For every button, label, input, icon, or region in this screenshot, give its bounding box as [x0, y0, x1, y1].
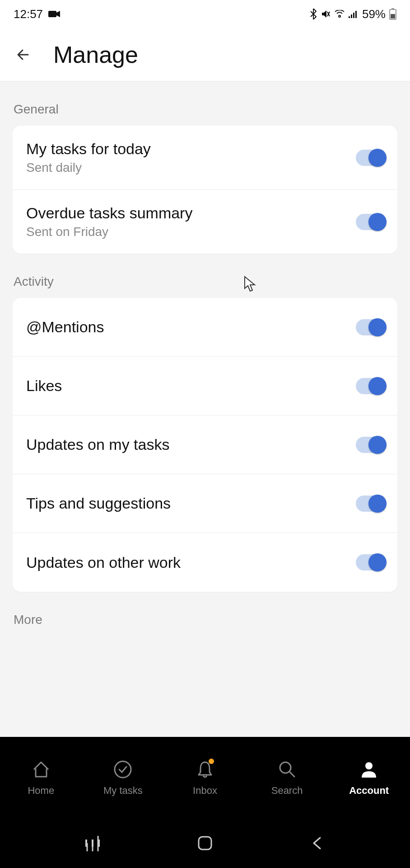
toggle-my-tasks-today[interactable]	[356, 150, 384, 166]
section-header-more: More	[0, 592, 410, 636]
svg-rect-4	[351, 14, 352, 18]
row-title: Tips and suggestions	[26, 495, 171, 512]
wifi-icon	[334, 10, 345, 18]
svg-point-10	[115, 761, 131, 778]
row-title: Updates on my tasks	[26, 436, 169, 453]
toggle-overdue-summary[interactable]	[356, 214, 384, 230]
row-sub: Sent on Friday	[26, 225, 192, 239]
toggle-tips[interactable]	[356, 495, 384, 512]
row-sub: Sent daily	[26, 160, 151, 175]
section-header-activity: Activity	[0, 254, 410, 298]
app-bar: Manage	[0, 28, 410, 81]
section-header-general: General	[0, 81, 410, 126]
page-title: Manage	[53, 41, 138, 68]
nav-inbox[interactable]: Inbox	[164, 737, 246, 818]
bluetooth-icon	[310, 9, 317, 19]
svg-rect-5	[353, 13, 354, 18]
row-title: @Mentions	[26, 318, 104, 336]
row-mentions[interactable]: @Mentions	[13, 298, 397, 357]
svg-rect-3	[349, 16, 350, 18]
sys-back-button[interactable]	[304, 830, 331, 857]
mute-icon	[321, 9, 331, 19]
search-icon	[276, 759, 298, 780]
notification-dot-icon	[209, 759, 214, 764]
svg-rect-9	[391, 14, 395, 19]
battery-icon	[389, 8, 396, 20]
bell-icon	[194, 759, 216, 780]
row-title: Overdue tasks summary	[26, 204, 192, 222]
row-overdue-summary[interactable]: Overdue tasks summary Sent on Friday	[13, 190, 397, 254]
nav-label: My tasks	[103, 785, 143, 797]
row-title: Likes	[26, 377, 62, 395]
nav-my-tasks[interactable]: My tasks	[82, 737, 164, 818]
row-tips[interactable]: Tips and suggestions	[13, 474, 397, 533]
sys-recents-button[interactable]	[79, 830, 106, 857]
row-my-tasks-today[interactable]: My tasks for today Sent daily	[13, 126, 397, 190]
nav-label: Account	[349, 785, 389, 797]
svg-point-13	[365, 762, 373, 769]
person-icon	[358, 759, 380, 780]
sys-home-button[interactable]	[191, 830, 219, 857]
svg-rect-20	[199, 837, 211, 849]
check-circle-icon	[112, 759, 134, 780]
row-updates-other[interactable]: Updates on other work	[13, 533, 397, 592]
toggle-updates-my-tasks[interactable]	[356, 437, 384, 453]
home-icon	[30, 759, 52, 780]
nav-label: Home	[28, 785, 54, 797]
row-title: My tasks for today	[26, 140, 151, 158]
row-likes[interactable]: Likes	[13, 357, 397, 415]
general-card: My tasks for today Sent daily Overdue ta…	[13, 126, 397, 254]
activity-card: @Mentions Likes Updates on my tasks Tips…	[13, 298, 397, 592]
signal-icon	[349, 10, 359, 18]
toggle-likes[interactable]	[356, 378, 384, 394]
status-bar: 12:57 59%	[0, 0, 410, 28]
nav-label: Search	[271, 785, 303, 797]
svg-rect-0	[48, 11, 56, 17]
status-battery-text: 59%	[362, 7, 386, 21]
nav-account[interactable]: Account	[328, 737, 410, 818]
svg-point-11	[280, 762, 291, 773]
nav-home[interactable]: Home	[0, 737, 82, 818]
toggle-mentions[interactable]	[356, 319, 384, 335]
nav-search[interactable]: Search	[246, 737, 328, 818]
svg-rect-6	[355, 11, 357, 18]
row-title: Updates on other work	[26, 554, 181, 571]
system-nav	[0, 818, 410, 868]
camera-icon	[48, 10, 60, 18]
status-time: 12:57	[14, 7, 43, 21]
bottom-nav: Home My tasks Inbox Search Account	[0, 737, 410, 818]
content-scroll[interactable]: General My tasks for today Sent daily Ov…	[0, 81, 410, 737]
nav-label: Inbox	[193, 785, 217, 797]
svg-line-12	[290, 772, 294, 777]
back-button[interactable]	[14, 44, 35, 66]
toggle-updates-other[interactable]	[356, 554, 384, 571]
row-updates-my-tasks[interactable]: Updates on my tasks	[13, 415, 397, 474]
